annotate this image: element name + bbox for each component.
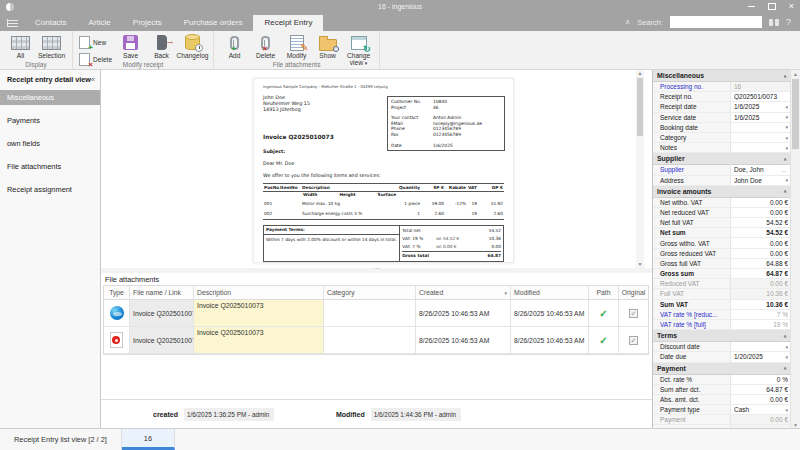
tab-projects[interactable]: Projects — [122, 15, 173, 31]
panel-field-value[interactable]: Q202501/0073 — [731, 92, 791, 101]
tab-contacts[interactable]: Contacts — [24, 15, 78, 31]
panel-field-value[interactable]: 1/20/2025▾ — [731, 352, 791, 361]
preview-splitter[interactable]: ⋯ — [101, 268, 652, 273]
panel-group-invoice-amounts[interactable]: Invoice amounts∧ — [653, 186, 791, 198]
scroll-up-icon[interactable]: ▲ — [791, 70, 800, 78]
panel-field-value[interactable]: ▾ — [731, 133, 791, 142]
panel-field-value[interactable]: 0 % — [731, 375, 791, 384]
scroll-thumb[interactable] — [637, 78, 643, 136]
tab-receipt-entry[interactable]: Receipt Entry — [253, 15, 323, 31]
app-menu-icon[interactable] — [7, 19, 18, 27]
sidebar-item-receipt-assignment[interactable]: Receipt assignment — [0, 182, 100, 197]
attachment-row[interactable]: Invoice Q2025010073...Invoice Q202501007… — [104, 327, 648, 354]
attachments-col-path[interactable]: Path — [589, 286, 619, 299]
all-button[interactable]: All — [5, 33, 36, 59]
original-checkbox[interactable]: ✓ — [629, 309, 638, 318]
panel-field-value[interactable]: 0.00 € — [731, 198, 791, 207]
panel-field-value[interactable]: 1/6/2025▾ — [731, 113, 791, 122]
save-button[interactable]: Save — [115, 33, 146, 59]
attachments-col-file-name-link[interactable]: File name / Link — [130, 286, 194, 299]
collapse-icon[interactable]: ∧ — [783, 73, 787, 79]
panel-field-value[interactable]: ▾ — [731, 123, 791, 132]
panel-group-payment[interactable]: Payment∧ — [653, 363, 791, 375]
panel-group-supplier[interactable]: Supplier∧ — [653, 153, 791, 165]
sidebar-item-file-attachments[interactable]: File attachments — [0, 159, 100, 174]
collapse-icon[interactable]: ∧ — [783, 365, 787, 371]
attachments-col-original[interactable]: Original — [619, 286, 648, 299]
panel-field-value[interactable]: Cash▾ — [731, 405, 791, 414]
panel-group-miscellaneous[interactable]: Miscellaneous∧ — [653, 70, 791, 82]
preview-scrollbar[interactable]: ▲ ▼ — [636, 70, 644, 268]
panel-field-value[interactable]: 7 % — [731, 310, 791, 319]
ellipsis-button[interactable]: … — [781, 167, 788, 173]
original-checkbox[interactable]: ✓ — [629, 336, 638, 345]
attachment-modify-button[interactable]: ✎ Modify — [281, 33, 312, 59]
attachments-col-description[interactable]: Description — [194, 286, 324, 299]
panel-field-value[interactable]: 19 % — [731, 320, 791, 329]
tab-article[interactable]: Article — [78, 15, 122, 31]
selection-button[interactable]: Selection — [36, 33, 67, 59]
dropdown-icon[interactable]: ▾ — [785, 407, 788, 413]
status-tab-16[interactable]: 16 — [122, 429, 175, 450]
search-input[interactable] — [670, 16, 762, 28]
panel-field-value[interactable]: Doe, John… — [731, 165, 791, 174]
dropdown-icon[interactable]: ▾ — [785, 104, 788, 110]
attachments-col-created[interactable]: Created▾ — [416, 286, 511, 299]
new-receipt-button[interactable]: + New — [79, 36, 112, 49]
attachment-add-button[interactable]: + Add — [219, 33, 250, 59]
dropdown-icon[interactable]: ▾ — [785, 344, 788, 350]
panel-field-value[interactable]: 16 — [731, 82, 791, 91]
sidebar-collapse-icon[interactable]: « — [91, 76, 95, 83]
collapse-icon[interactable]: ∧ — [783, 333, 787, 339]
panel-field-value[interactable]: 64.87 € — [731, 385, 791, 394]
tab-purchase-orders[interactable]: Purchase orders — [173, 15, 254, 31]
sidebar-item-own-fields[interactable]: own fields — [0, 136, 100, 151]
panel-scrollbar[interactable]: ▲ ▼ — [790, 70, 800, 429]
panel-field-value[interactable]: 1/6/2025▾ — [731, 102, 791, 111]
attachments-col-category[interactable]: Category — [324, 286, 416, 299]
panel-field-value[interactable]: 0.00 € — [731, 415, 791, 424]
panel-field-value[interactable]: 54.52 € — [731, 228, 791, 237]
dropdown-icon[interactable]: ▾ — [785, 354, 788, 360]
panel-group-terms[interactable]: Terms∧ — [653, 330, 791, 342]
attachments-col-modified[interactable]: Modified — [511, 286, 589, 299]
panel-field-value[interactable]: 64.88 € — [731, 259, 791, 268]
sidebar-item-payments[interactable]: Payments — [0, 113, 100, 128]
panel-field-value[interactable]: 0.00 € — [731, 249, 791, 258]
panel-field-value[interactable]: John Doe▾ — [731, 176, 791, 185]
dropdown-icon[interactable]: ▾ — [785, 124, 788, 130]
panel-field-value[interactable]: 10.36 € — [731, 300, 791, 309]
minimize-icon[interactable] — [748, 6, 755, 7]
collapse-icon[interactable]: ∧ — [783, 156, 787, 162]
scroll-down-icon[interactable]: ▼ — [636, 261, 644, 268]
dropdown-icon[interactable]: ▾ — [785, 177, 788, 183]
panel-field-value[interactable]: 64.87 € — [731, 269, 791, 278]
dropdown-icon[interactable]: ▾ — [785, 114, 788, 120]
panel-field-value[interactable]: 10.36 € — [731, 289, 791, 298]
attachment-row[interactable]: Invoice Q2025010073...Invoice Q202501007… — [104, 300, 648, 327]
attachment-show-button[interactable]: Show — [312, 33, 343, 59]
attachment-delete-button[interactable]: × Delete — [250, 33, 281, 59]
sidebar-item-miscellaneous[interactable]: Miscellaneous — [0, 90, 100, 105]
changelog-button[interactable]: Changelog — [177, 33, 208, 59]
binoculars-icon[interactable] — [769, 19, 779, 26]
attachments-col-type[interactable]: Type — [104, 286, 130, 299]
panel-field-value[interactable]: 0.00 € — [731, 238, 791, 247]
scroll-thumb[interactable] — [792, 79, 799, 149]
panel-field-value[interactable]: 0.00 € — [731, 395, 791, 404]
dropdown-icon[interactable]: ▾ — [785, 135, 788, 141]
collapse-icon[interactable]: ∧ — [783, 188, 787, 194]
status-tab-receipt-entry-list-view-2-2[interactable]: Receipt Entry list view [2 / 2] — [0, 429, 122, 450]
close-icon[interactable]: × — [789, 2, 794, 11]
scroll-up-icon[interactable]: ▲ — [636, 70, 644, 77]
help-icon[interactable]: ? — [786, 17, 791, 27]
panel-field-value[interactable]: 0.00 € — [731, 208, 791, 217]
panel-field-value[interactable]: ▾ — [731, 143, 791, 152]
panel-field-value[interactable]: ▾ — [731, 342, 791, 351]
panel-field-value[interactable]: 0.00 € — [731, 279, 791, 288]
panel-field-value[interactable]: 54.52 € — [731, 218, 791, 227]
back-button[interactable]: → Back — [146, 33, 177, 59]
collapse-ribbon-icon[interactable]: ∧ — [625, 18, 630, 26]
maximize-icon[interactable] — [768, 3, 776, 10]
dropdown-icon[interactable]: ▾ — [785, 145, 788, 151]
